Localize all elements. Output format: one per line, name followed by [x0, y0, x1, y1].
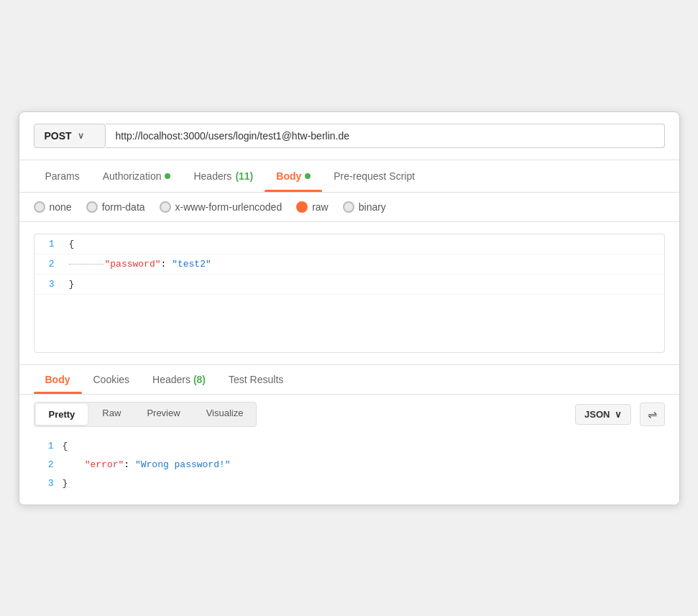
response-tabs-row: Body Cookies Headers (8) Test Results: [19, 365, 679, 395]
radio-binary-icon: [343, 201, 354, 213]
tab-params[interactable]: Params: [34, 160, 91, 192]
code-line-1: 1 {: [35, 234, 664, 254]
code-colon: :: [161, 259, 173, 270]
code-value-test2: "test2": [172, 259, 211, 270]
resp-line-content-2: "error": "Wrong password!": [63, 459, 665, 470]
radio-form-data-icon: [86, 201, 98, 213]
option-form-data[interactable]: form-data: [86, 201, 145, 213]
format-visualize-label: Visualize: [206, 408, 244, 418]
option-urlencoded-label: x-www-form-urlencoded: [175, 201, 283, 213]
option-raw-label: raw: [312, 201, 329, 213]
resp-line-num-1: 1: [34, 441, 63, 451]
json-format-label: JSON: [584, 409, 610, 420]
response-section: Body Cookies Headers (8) Test Results Pr…: [19, 364, 679, 505]
code-line-3: 3 }: [35, 275, 664, 295]
code-key-password: "password": [105, 259, 161, 270]
resp-tab-cookies[interactable]: Cookies: [82, 365, 142, 394]
radio-urlencoded-icon: [160, 201, 171, 213]
response-toolbar: Pretty Raw Preview Visualize JSON ∨ ⇌: [19, 395, 679, 434]
tab-body-label: Body: [276, 170, 301, 182]
wrap-toggle-button[interactable]: ⇌: [640, 403, 665, 426]
resp-line-2: 2 "error": "Wrong password!": [34, 456, 665, 474]
format-visualize[interactable]: Visualize: [193, 403, 257, 426]
postman-window: POST ∨ Params Authorization Headers (11)…: [19, 111, 680, 505]
indent-dots: [69, 264, 104, 265]
editor-spacer: [35, 295, 664, 352]
format-preview[interactable]: Preview: [134, 403, 193, 426]
resp-line-3: 3 }: [34, 474, 665, 493]
radio-raw-icon: [296, 201, 308, 213]
option-none[interactable]: none: [34, 201, 72, 213]
tab-headers-label: Headers: [193, 170, 231, 182]
format-pretty-label: Pretty: [49, 409, 75, 420]
url-input[interactable]: [106, 124, 665, 148]
wrap-icon: ⇌: [648, 408, 657, 421]
format-tabs-group: Pretty Raw Preview Visualize: [34, 402, 257, 427]
authorization-dot-icon: [165, 173, 170, 179]
tab-pre-request[interactable]: Pre-request Script: [322, 160, 426, 192]
method-dropdown[interactable]: POST ∨: [34, 124, 106, 148]
option-urlencoded[interactable]: x-www-form-urlencoded: [160, 201, 283, 213]
option-binary[interactable]: binary: [343, 201, 386, 213]
json-format-dropdown[interactable]: JSON ∨: [575, 404, 630, 425]
tab-authorization-label: Authorization: [103, 170, 162, 182]
json-chevron-icon: ∨: [615, 409, 622, 420]
chevron-down-icon: ∨: [78, 131, 84, 141]
format-preview-label: Preview: [147, 408, 180, 418]
resp-tab-test-results-label: Test Results: [229, 374, 283, 385]
resp-key-error: "error": [85, 459, 124, 470]
line-num-3: 3: [35, 279, 63, 290]
resp-tab-test-results[interactable]: Test Results: [217, 365, 295, 394]
tab-pre-request-label: Pre-request Script: [334, 170, 415, 182]
option-raw[interactable]: raw: [296, 201, 329, 213]
resp-line-num-2: 2: [34, 459, 63, 470]
headers-count: (11): [235, 170, 253, 182]
request-tabs-row: Params Authorization Headers (11) Body P…: [19, 160, 679, 193]
tab-params-label: Params: [45, 170, 80, 182]
option-binary-label: binary: [359, 201, 386, 213]
option-form-data-label: form-data: [102, 201, 145, 213]
resp-tab-headers-label: Headers: [152, 374, 193, 385]
line-content-3: }: [63, 276, 664, 293]
resp-line-content-3: }: [63, 478, 665, 489]
option-none-label: none: [50, 201, 72, 213]
url-bar: POST ∨: [19, 112, 679, 160]
method-label: POST: [45, 130, 72, 142]
tab-body[interactable]: Body: [265, 160, 322, 192]
resp-headers-count: (8): [193, 374, 206, 385]
tab-authorization[interactable]: Authorization: [91, 160, 183, 192]
tab-headers[interactable]: Headers (11): [182, 160, 265, 192]
radio-none-icon: [34, 201, 45, 213]
resp-tab-body-label: Body: [45, 374, 70, 385]
line-num-2: 2: [35, 259, 63, 270]
resp-tab-headers[interactable]: Headers (8): [141, 365, 217, 394]
format-pretty[interactable]: Pretty: [36, 404, 88, 425]
line-content-2: "password": "test2": [63, 256, 664, 272]
code-line-2: 2 "password": "test2": [35, 254, 664, 275]
body-dot-icon: [305, 173, 311, 179]
resp-line-content-1: {: [63, 441, 665, 451]
line-content-1: {: [63, 236, 664, 252]
body-options-row: none form-data x-www-form-urlencoded raw…: [19, 193, 679, 222]
resp-tab-body[interactable]: Body: [34, 365, 82, 394]
request-code-editor[interactable]: 1 { 2 "password": "test2" 3 }: [34, 234, 665, 353]
response-code-area: 1 { 2 "error": "Wrong password!" 3 }: [19, 434, 679, 505]
format-raw-label: Raw: [102, 408, 121, 418]
resp-line-1: 1 {: [34, 437, 665, 456]
resp-value-wrong-password: "Wrong password!": [135, 459, 231, 470]
format-raw[interactable]: Raw: [89, 403, 134, 426]
resp-tab-cookies-label: Cookies: [93, 374, 130, 385]
resp-line-num-3: 3: [34, 478, 63, 489]
line-num-1: 1: [35, 239, 63, 249]
